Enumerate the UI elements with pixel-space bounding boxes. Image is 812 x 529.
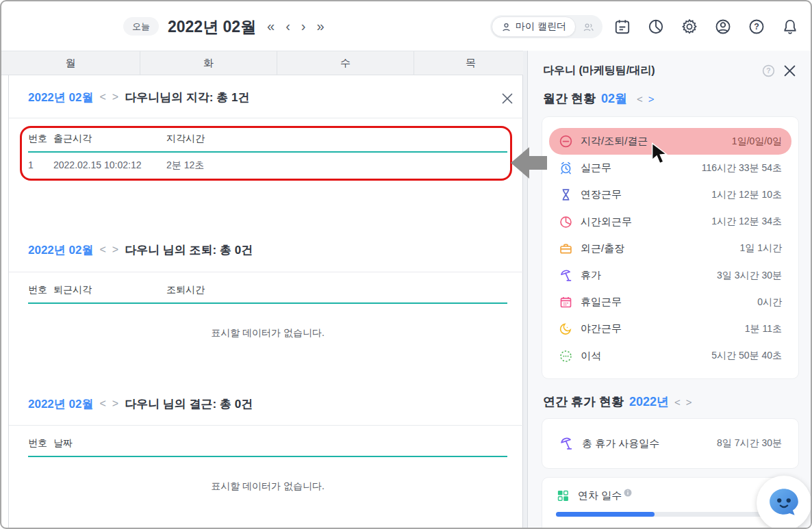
profile-icon bbox=[714, 18, 732, 36]
chevron-right-icon[interactable]: > bbox=[112, 244, 118, 256]
chevron-right-icon[interactable]: > bbox=[112, 91, 118, 103]
attendance-detail-panel: 2022년 02월 < > 다우니님의 지각: 총 1건 번호 출근시각 지각시… bbox=[8, 75, 523, 529]
col-number: 번호 bbox=[28, 133, 53, 145]
calendar-icon bbox=[613, 18, 631, 36]
monthly-status-month[interactable]: 02월 bbox=[601, 90, 627, 107]
monthly-status-title: 월간 현황 02월 < > bbox=[543, 90, 655, 107]
briefcase-icon bbox=[559, 242, 573, 256]
minus-circle-icon bbox=[559, 134, 573, 149]
section-month-link[interactable]: 2022년 02월 bbox=[28, 396, 93, 412]
team-calendar-toggle[interactable] bbox=[576, 22, 601, 32]
chevron-left-icon[interactable]: < bbox=[99, 244, 105, 256]
info-icon[interactable] bbox=[624, 489, 632, 497]
stat-value: 1시간 12분 34초 bbox=[711, 216, 782, 228]
chat-support-button[interactable] bbox=[757, 476, 811, 529]
employee-summary-sidebar: 다우니 (마케팅팀/대리) ? 월간 현황 02월 < > bbox=[527, 51, 812, 529]
my-calendar-toggle[interactable]: 마이 캘린더 bbox=[492, 16, 576, 37]
early-leave-table: 번호 퇴근시각 조퇴시간 bbox=[28, 284, 507, 304]
stat-label: 휴가 bbox=[581, 269, 717, 282]
pie-chart-icon bbox=[559, 215, 573, 229]
first-month-button[interactable]: « bbox=[267, 16, 275, 36]
cell-number: 1 bbox=[28, 159, 53, 172]
stat-value: 5시간 50분 40초 bbox=[711, 350, 782, 362]
stat-row-vacation[interactable]: 휴가 3일 3시간 30분 bbox=[549, 262, 791, 289]
weekday-thu: 목 bbox=[414, 51, 527, 75]
stat-row-actual-work[interactable]: 실근무 116시간 33분 54초 bbox=[549, 155, 791, 181]
col-clockin-time: 출근시각 bbox=[53, 133, 166, 145]
stat-label: 외근/출장 bbox=[581, 242, 740, 255]
stat-row-away[interactable]: 이석 5시간 50분 40초 bbox=[549, 343, 791, 370]
early-leave-title: 다우니 님의 조퇴: 총 0건 bbox=[125, 242, 253, 258]
chevron-left-icon[interactable]: < bbox=[637, 93, 643, 105]
close-panel-button[interactable] bbox=[499, 90, 516, 107]
stat-row-lateness[interactable]: 지각/조퇴/결근 1일/0일/0일 bbox=[549, 128, 791, 155]
gear-icon bbox=[681, 18, 698, 36]
statistics-button[interactable] bbox=[646, 17, 665, 36]
stat-row-holiday-work[interactable]: 휴일근무 0시간 bbox=[549, 289, 791, 315]
early-leave-table-header: 번호 퇴근시각 조퇴시간 bbox=[28, 284, 507, 304]
stat-value: 1분 11초 bbox=[745, 323, 782, 335]
chevron-right-icon[interactable]: > bbox=[648, 93, 655, 105]
stat-row-overtime[interactable]: 연장근무 1시간 12분 10초 bbox=[549, 181, 791, 208]
chevron-left-icon[interactable]: < bbox=[99, 91, 105, 103]
total-vacation-label: 총 휴가 사용일수 bbox=[582, 437, 717, 450]
weekday-tue: 화 bbox=[140, 51, 277, 75]
stat-label: 연장근무 bbox=[581, 188, 711, 201]
next-month-button[interactable]: › bbox=[301, 16, 306, 36]
stat-label: 실근무 bbox=[581, 162, 702, 175]
settings-button[interactable] bbox=[680, 17, 698, 36]
stat-label: 야간근무 bbox=[581, 322, 745, 335]
sidebar-close-button[interactable] bbox=[781, 62, 798, 79]
holiday-calendar-icon bbox=[559, 295, 573, 309]
absence-section-title: 2022년 02월 < > 다우니 님의 결근: 총 0건 bbox=[28, 393, 253, 414]
stat-value: 0시간 bbox=[757, 296, 782, 309]
stat-row-business-trip[interactable]: 외근/출장 1일 1시간 bbox=[549, 235, 791, 262]
help-button[interactable]: ? bbox=[747, 17, 765, 36]
bell-icon bbox=[781, 18, 799, 36]
lateness-table: 번호 출근시각 지각시간 1 2022.02.15 10:02:12 2분 12… bbox=[28, 133, 507, 172]
total-vacation-card: 총 휴가 사용일수 8일 7시간 30분 bbox=[542, 418, 799, 469]
monthly-status-label: 월간 현황 bbox=[543, 90, 596, 107]
chat-bubble-icon bbox=[767, 487, 801, 519]
my-calendar-label: 마이 캘린더 bbox=[516, 21, 566, 33]
col-date: 날짜 bbox=[53, 437, 507, 450]
page-title: 2022년 02월 bbox=[168, 16, 256, 38]
sidebar-user-row: 다우니 (마케팅팀/대리) ? bbox=[543, 62, 798, 79]
chevron-left-icon[interactable]: < bbox=[674, 396, 681, 408]
stat-value: 1일 1시간 bbox=[740, 242, 782, 255]
cell-clockin-time: 2022.02.15 10:02:12 bbox=[53, 159, 166, 172]
away-dotted-circle-icon bbox=[559, 349, 573, 363]
absence-table-header: 번호 날짜 bbox=[28, 437, 507, 457]
alarm-clock-icon bbox=[559, 161, 573, 175]
annual-leave-label: 연차 일수 bbox=[578, 489, 622, 502]
stat-row-extra-hours[interactable]: 시간외근무 1시간 12분 34초 bbox=[549, 209, 791, 235]
help-icon: ? bbox=[748, 18, 765, 36]
chevron-right-icon[interactable]: > bbox=[686, 396, 692, 408]
today-button[interactable]: 오늘 bbox=[123, 17, 159, 36]
prev-month-button[interactable]: ‹ bbox=[286, 16, 290, 36]
stat-row-night-work[interactable]: 야간근무 1분 11초 bbox=[549, 315, 791, 342]
sidebar-help-button[interactable]: ? bbox=[760, 62, 776, 79]
yearly-vacation-year[interactable]: 2022년 bbox=[629, 393, 669, 410]
last-month-button[interactable]: » bbox=[316, 16, 324, 36]
chevron-right-icon[interactable]: > bbox=[112, 398, 118, 410]
section-month-link[interactable]: 2022년 02월 bbox=[28, 242, 93, 258]
col-clockout-time: 퇴근시각 bbox=[53, 284, 166, 296]
schedule-button[interactable] bbox=[613, 17, 631, 36]
lateness-table-row[interactable]: 1 2022.02.15 10:02:12 2분 12초 bbox=[28, 153, 507, 172]
moon-icon bbox=[559, 322, 573, 336]
account-button[interactable] bbox=[713, 17, 732, 36]
person-icon bbox=[501, 22, 511, 32]
early-leave-section-title: 2022년 02월 < > 다우니 님의 조퇴: 총 0건 bbox=[28, 240, 253, 260]
svg-text:?: ? bbox=[766, 66, 770, 75]
section-divider bbox=[9, 272, 524, 272]
pie-chart-icon bbox=[647, 18, 665, 36]
notifications-button[interactable] bbox=[781, 17, 799, 36]
attendance-calendar-app: 오늘 2022년 02월 « ‹ › » 마이 캘린더 bbox=[0, 0, 812, 529]
section-month-link[interactable]: 2022년 02월 bbox=[28, 90, 93, 105]
col-number: 번호 bbox=[28, 284, 53, 296]
yearly-vacation-title: 연간 휴가 현황 2022년 < > bbox=[543, 393, 692, 410]
chevron-left-icon[interactable]: < bbox=[99, 398, 105, 410]
col-number: 번호 bbox=[28, 437, 53, 450]
col-late-duration: 지각시간 bbox=[166, 133, 507, 145]
